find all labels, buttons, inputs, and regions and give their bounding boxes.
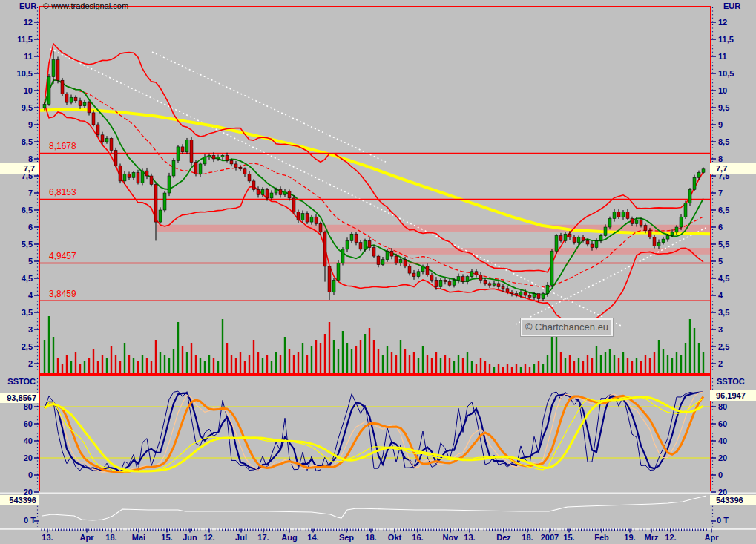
price-axis-label-left: 11 (0, 52, 33, 61)
price-axis-label-left: 10 (0, 86, 33, 95)
date-label: 17. (249, 533, 278, 542)
sstoc-label-right: SSTOC (717, 377, 745, 387)
price-axis-label-right: 11,5 (718, 35, 734, 44)
price-axis-label-right: 4 (718, 291, 723, 300)
stoch-axis-label-right: 40 (718, 436, 727, 445)
price-axis-label-left: 9,5 (0, 103, 33, 112)
date-label: 12. (194, 533, 224, 542)
price-axis-label-right: 4,5 (718, 274, 729, 283)
price-axis-label-right: 5,5 (718, 240, 729, 249)
date-label: 14. (298, 533, 328, 542)
price-axis-label-right: 8,5 (718, 137, 729, 146)
price-axis-label-left: 10,5 (0, 69, 33, 78)
price-axis-label-right: 6 (718, 223, 723, 232)
date-label: 15. (554, 533, 584, 542)
date-label: Mai (124, 533, 154, 542)
sstoc-value-right: 96,1947 (710, 390, 756, 401)
bottom-value-left: 543396 (0, 495, 39, 505)
price-axis-label-right: 2 (718, 359, 723, 368)
price-axis-label-right: 8 (718, 154, 723, 163)
price-axis-label-left: 6 (0, 223, 33, 232)
stoch-axis-label-right: 20 (718, 453, 727, 462)
price-axis-label-right: 9 (718, 120, 723, 129)
price-axis-label-right: 6,5 (718, 206, 729, 214)
chartchancen-watermark: © Chartchancen.eu (521, 318, 613, 336)
date-label: 13. (33, 533, 62, 542)
currency-label-left: EUR (19, 1, 36, 11)
price-axis-label-left: 5,5 (0, 240, 33, 249)
bottom-zero-label-left: 0 T (0, 516, 36, 525)
price-axis-label-right: 10 (718, 86, 727, 95)
price-axis-label-right: 3 (718, 325, 723, 334)
price-axis-label-left: 8 (0, 154, 33, 163)
price-axis-label-left: 2 (0, 359, 33, 368)
bottom-value-right: 543396 (710, 495, 756, 505)
stoch-axis-label-left: 0 (0, 471, 33, 479)
price-axis-label-left: 3,5 (0, 308, 33, 317)
price-axis-label-right: 2,5 (718, 342, 729, 351)
price-axis-label-left: 4,5 (0, 274, 33, 283)
date-label: 12. (656, 533, 686, 542)
price-axis-label-left: 7 (0, 189, 33, 197)
price-axis-label-right: 7 (718, 189, 723, 197)
price-axis-label-left: 2,5 (0, 342, 33, 351)
stoch-axis-label-left: 60 (0, 419, 33, 428)
price-axis-label-left: 3 (0, 325, 33, 334)
price-axis-label-left: 4 (0, 291, 33, 300)
bottom-indicator-plot[interactable] (40, 495, 710, 528)
date-label: 16. (403, 533, 433, 542)
price-axis-label-left: 11,5 (0, 35, 33, 44)
price-axis-label-left: 5 (0, 257, 33, 266)
stoch-axis-label-right: 80 (718, 402, 727, 411)
trading-chart-window: EUR © www.tradesignal.com EUR SSTOC SSTO… (0, 0, 756, 544)
sstoc-plot[interactable] (40, 378, 710, 491)
price-axis-label-left: 12 (0, 18, 33, 27)
stoch-axis-label-left: 40 (0, 436, 33, 445)
price-axis-label-left: 8,5 (0, 137, 33, 146)
date-label: 18. (96, 533, 126, 542)
price-axis-label-right: 5 (718, 257, 723, 266)
panel-divider (0, 528, 756, 528)
sstoc-label-left: SSTOC (0, 377, 36, 387)
chart-right-border (710, 6, 711, 491)
bottom-zero-label-right: 0 T (717, 516, 729, 525)
currency-label-right: EUR (723, 1, 740, 11)
price-axis-label-right: 9,5 (718, 103, 729, 112)
date-label: Apr (697, 533, 726, 542)
stoch-axis-label-right: 60 (718, 419, 727, 428)
date-label: 13. (455, 533, 484, 542)
price-axis-label-left: 6,5 (0, 206, 33, 214)
panel-divider (0, 492, 756, 493)
price-axis-label-left: 9 (0, 120, 33, 129)
stoch-axis-label-right: 0 (718, 471, 723, 479)
price-axis-label-right: 12 (718, 18, 727, 27)
current-price-label-right: 7,7 (710, 163, 756, 174)
price-axis-label-right: 3,5 (718, 308, 729, 317)
current-price-label-left: 7,7 (0, 163, 39, 174)
main-panel-bottom-border (39, 373, 711, 376)
stoch-axis-label-left: 20 (0, 453, 33, 462)
price-axis-label-right: 10,5 (718, 69, 734, 78)
stoch-axis-label-left: 80 (0, 402, 33, 411)
panel-divider (0, 493, 756, 494)
date-label: Feb (587, 533, 617, 542)
sstoc-value-left: 93,8567 (0, 393, 39, 403)
price-axis-label-right: 11 (718, 52, 727, 61)
